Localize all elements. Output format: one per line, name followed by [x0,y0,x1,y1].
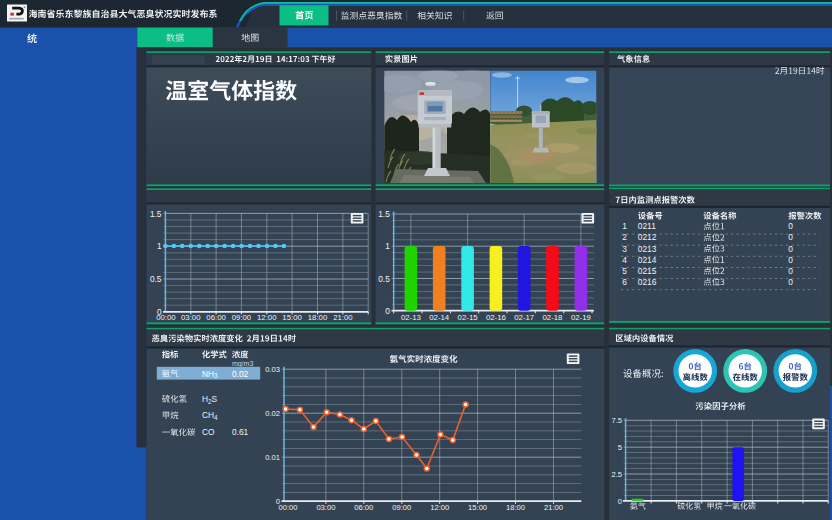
svg-text:1: 1 [157,241,162,251]
svg-text:0.01: 0.01 [265,453,280,462]
svg-text:21:00: 21:00 [544,503,563,512]
svg-text:0215: 0215 [638,266,657,276]
svg-text:12:00: 12:00 [257,313,277,322]
svg-text:0: 0 [788,277,793,287]
svg-text:03:00: 03:00 [181,313,201,322]
svg-text:1.5: 1.5 [150,209,162,219]
svg-text:0: 0 [788,221,793,231]
svg-text:0213: 0213 [638,244,657,254]
svg-text:3: 3 [622,244,627,254]
svg-text:0: 0 [385,306,390,316]
svg-text:09:00: 09:00 [392,503,411,512]
svg-text:0216: 0216 [638,277,657,287]
svg-text:0.5: 0.5 [150,274,162,284]
svg-text:00:00: 00:00 [278,503,297,512]
svg-text:15:00: 15:00 [468,503,487,512]
svg-text:21:00: 21:00 [333,313,353,322]
svg-text:18:00: 18:00 [506,503,525,512]
svg-text:0: 0 [788,255,793,265]
svg-text:1: 1 [622,221,627,231]
svg-text:0.61: 0.61 [232,427,249,437]
svg-text:00:00: 00:00 [156,313,176,322]
svg-text:02-18: 02-18 [543,313,563,322]
svg-text:CO: CO [202,427,215,437]
svg-text:0: 0 [788,266,793,276]
svg-text:06:00: 06:00 [354,503,373,512]
svg-text:0: 0 [788,244,793,254]
svg-text:0: 0 [618,497,622,506]
svg-text:5: 5 [622,266,627,276]
svg-text:6: 6 [622,277,627,287]
svg-text:2: 2 [622,232,627,242]
svg-text:0: 0 [788,232,793,242]
svg-text:03:00: 03:00 [316,503,335,512]
svg-text:0.02: 0.02 [232,369,249,379]
svg-text:15:00: 15:00 [282,313,302,322]
svg-text:0.02: 0.02 [265,409,280,418]
svg-text:02-16: 02-16 [486,313,506,322]
svg-text:02-14: 02-14 [429,313,450,322]
svg-text:06:00: 06:00 [206,313,226,322]
svg-text:02-15: 02-15 [458,313,479,322]
svg-text:09:00: 09:00 [232,313,252,322]
svg-text:02-19: 02-19 [571,313,591,322]
svg-text:5: 5 [618,443,622,452]
svg-text:0212: 0212 [638,232,657,242]
svg-text:0211: 0211 [638,221,656,231]
svg-text:0.5: 0.5 [378,274,390,284]
svg-text:7.5: 7.5 [611,416,622,425]
svg-text:4: 4 [622,255,627,265]
svg-text:0.03: 0.03 [265,365,280,374]
svg-text:02-17: 02-17 [514,313,534,322]
svg-text:18:00: 18:00 [308,313,328,322]
svg-text:02-13: 02-13 [401,313,421,322]
svg-text:2.5: 2.5 [611,470,622,479]
svg-text:1: 1 [385,241,390,251]
svg-text:0214: 0214 [638,255,657,265]
svg-text:1.5: 1.5 [378,209,390,219]
svg-text:12:00: 12:00 [430,503,449,512]
